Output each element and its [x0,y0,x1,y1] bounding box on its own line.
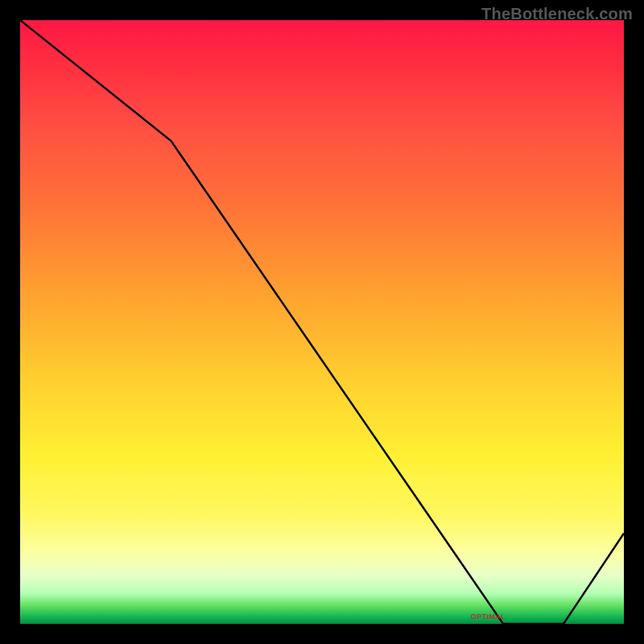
chart-plot-area: OPTIMAL [20,20,624,624]
optimal-range-label: OPTIMAL [471,613,506,621]
chart-curve-svg [20,20,624,624]
bottleneck-curve-line [20,20,624,624]
